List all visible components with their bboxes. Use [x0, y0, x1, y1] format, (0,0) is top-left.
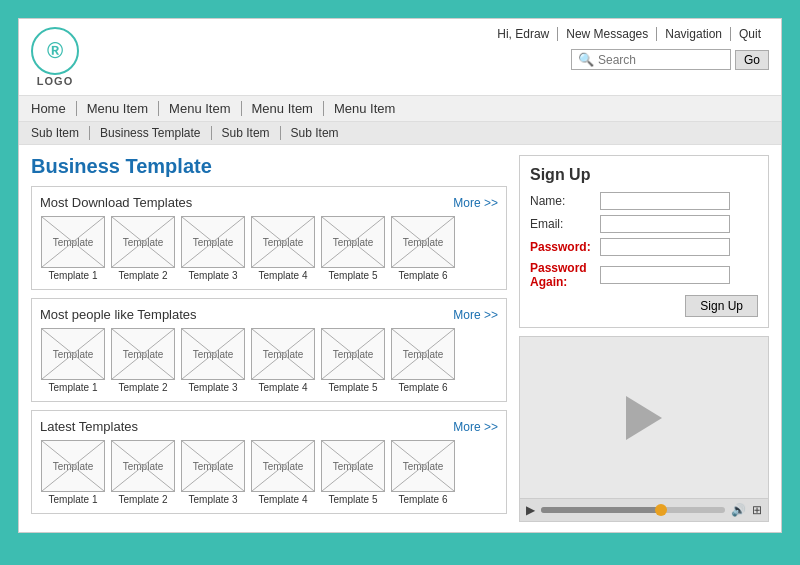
- list-item: Template Template 3: [180, 440, 246, 505]
- template-label: Template 4: [259, 494, 308, 505]
- sub-nav-item-1[interactable]: Sub Item: [31, 126, 90, 140]
- volume-icon[interactable]: 🔊: [731, 503, 746, 517]
- template-thumb[interactable]: Template: [181, 440, 245, 492]
- password-input[interactable]: [600, 238, 730, 256]
- template-thumb[interactable]: Template: [41, 328, 105, 380]
- expand-icon[interactable]: ⊞: [752, 503, 762, 517]
- signup-title: Sign Up: [530, 166, 758, 184]
- template-thumb[interactable]: Template: [181, 216, 245, 268]
- list-item: Template Template 5: [320, 328, 386, 393]
- nav-bar: Home Menu Item Menu Item Menu Item Menu …: [19, 96, 781, 122]
- sub-nav-item-3[interactable]: Sub Item: [212, 126, 281, 140]
- top-nav-hi: Hi, Edraw: [489, 27, 558, 41]
- name-input[interactable]: [600, 192, 730, 210]
- nav-item-2[interactable]: Menu Item: [159, 101, 241, 116]
- progress-bar[interactable]: [541, 507, 725, 513]
- template-thumb[interactable]: Template: [251, 440, 315, 492]
- list-item: Template Template 2: [110, 216, 176, 281]
- signup-button[interactable]: Sign Up: [685, 295, 758, 317]
- list-item: Template Template 6: [390, 216, 456, 281]
- header: ® LOGO Hi, Edraw New Messages Navigation…: [19, 19, 781, 96]
- template-thumb[interactable]: Template: [41, 216, 105, 268]
- nav-home[interactable]: Home: [31, 101, 77, 116]
- section-header-2: Latest Templates More >>: [40, 419, 498, 434]
- password-again-input[interactable]: [600, 266, 730, 284]
- template-label: Template 3: [189, 270, 238, 281]
- form-label-password-again: Password Again:: [530, 261, 600, 289]
- template-thumb[interactable]: Template: [321, 216, 385, 268]
- list-item: Template Template 4: [250, 440, 316, 505]
- video-area: [520, 337, 768, 498]
- template-grid-0: Template Template 1 Template Template 2: [40, 216, 498, 281]
- section-header-0: Most Download Templates More >>: [40, 195, 498, 210]
- template-thumb[interactable]: Template: [111, 216, 175, 268]
- nav-item-1[interactable]: Menu Item: [77, 101, 159, 116]
- left-panel: Business Template Most Download Template…: [31, 155, 507, 522]
- template-thumb[interactable]: Template: [111, 440, 175, 492]
- video-box: ▶ 🔊 ⊞: [519, 336, 769, 522]
- form-label-password: Password:: [530, 240, 600, 254]
- email-input[interactable]: [600, 215, 730, 233]
- section-title-1: Most people like Templates: [40, 307, 197, 322]
- list-item: Template Template 1: [40, 440, 106, 505]
- template-label: Template 2: [119, 494, 168, 505]
- search-icon: 🔍: [578, 52, 594, 67]
- section-most-download: Most Download Templates More >> Template…: [31, 186, 507, 290]
- form-row-email: Email:: [530, 215, 758, 233]
- more-link-0[interactable]: More >>: [453, 196, 498, 210]
- template-thumb[interactable]: Template: [391, 440, 455, 492]
- template-thumb[interactable]: Template: [111, 328, 175, 380]
- nav-item-3[interactable]: Menu Item: [242, 101, 324, 116]
- template-thumb[interactable]: Template: [321, 440, 385, 492]
- sub-nav-business-template[interactable]: Business Template: [90, 126, 212, 140]
- template-label: Template 5: [329, 382, 378, 393]
- go-button[interactable]: Go: [735, 50, 769, 70]
- template-thumb[interactable]: Template: [391, 328, 455, 380]
- template-grid-2: Template Template 1 Template Template 2: [40, 440, 498, 505]
- top-nav-messages[interactable]: New Messages: [558, 27, 657, 41]
- more-link-1[interactable]: More >>: [453, 308, 498, 322]
- section-most-liked: Most people like Templates More >> Templ…: [31, 298, 507, 402]
- list-item: Template Template 4: [250, 328, 316, 393]
- search-box: 🔍: [571, 49, 731, 70]
- search-input[interactable]: [598, 53, 728, 67]
- top-nav-navigation[interactable]: Navigation: [657, 27, 731, 41]
- play-button[interactable]: [626, 396, 662, 440]
- list-item: Template Template 1: [40, 216, 106, 281]
- template-label: Template 6: [399, 382, 448, 393]
- list-item: Template Template 5: [320, 440, 386, 505]
- form-row-name: Name:: [530, 192, 758, 210]
- form-row-password: Password:: [530, 238, 758, 256]
- template-thumb[interactable]: Template: [41, 440, 105, 492]
- template-thumb[interactable]: Template: [321, 328, 385, 380]
- top-nav-quit[interactable]: Quit: [731, 27, 769, 41]
- list-item: Template Template 5: [320, 216, 386, 281]
- top-nav-links: Hi, Edraw New Messages Navigation Quit: [489, 27, 769, 41]
- template-label: Template 5: [329, 270, 378, 281]
- right-panel: Sign Up Name: Email: Password: Password …: [519, 155, 769, 522]
- template-thumb[interactable]: Template: [251, 328, 315, 380]
- template-thumb[interactable]: Template: [391, 216, 455, 268]
- template-label: Template 5: [329, 494, 378, 505]
- progress-handle[interactable]: [655, 504, 667, 516]
- header-right: Hi, Edraw New Messages Navigation Quit 🔍…: [489, 27, 769, 70]
- list-item: Template Template 1: [40, 328, 106, 393]
- template-label: Template 6: [399, 270, 448, 281]
- signup-btn-row: Sign Up: [530, 295, 758, 317]
- play-pause-button[interactable]: ▶: [526, 503, 535, 517]
- template-thumb[interactable]: Template: [251, 216, 315, 268]
- nav-item-4[interactable]: Menu Item: [324, 101, 405, 116]
- template-label: Template 1: [49, 270, 98, 281]
- template-label: Template 2: [119, 382, 168, 393]
- template-label: Template 3: [189, 382, 238, 393]
- more-link-2[interactable]: More >>: [453, 420, 498, 434]
- logo-area: ® LOGO: [31, 27, 79, 87]
- template-thumb[interactable]: Template: [181, 328, 245, 380]
- template-label: Template 2: [119, 270, 168, 281]
- sub-nav-item-4[interactable]: Sub Item: [281, 126, 349, 140]
- section-latest: Latest Templates More >> Template Templa…: [31, 410, 507, 514]
- progress-fill: [541, 507, 661, 513]
- list-item: Template Template 3: [180, 328, 246, 393]
- list-item: Template Template 6: [390, 328, 456, 393]
- section-title-2: Latest Templates: [40, 419, 138, 434]
